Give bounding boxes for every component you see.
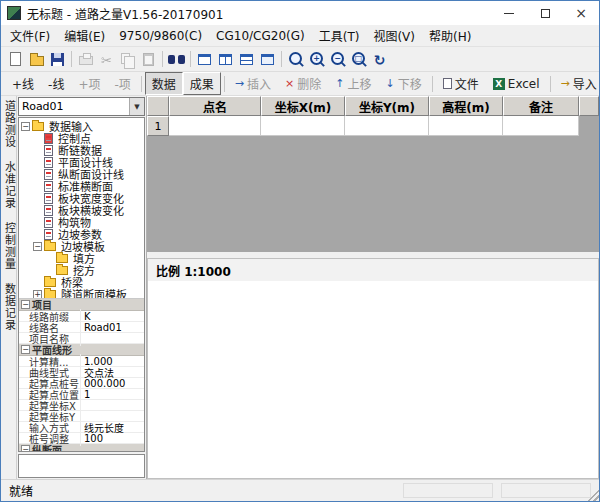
minimize-button[interactable] [491, 1, 527, 25]
excel-button[interactable]: Excel [486, 74, 547, 94]
copy-icon [121, 53, 130, 64]
toolbar-separator [224, 76, 225, 92]
document-icon [44, 217, 53, 228]
minimize-icon [504, 13, 514, 14]
property-grid: −项目 线路前缀K 线路名Road01 项目名称 −平面线形 计算精...1.0… [19, 298, 144, 451]
import-label: 导入 [573, 75, 597, 92]
new-button[interactable] [5, 49, 26, 70]
delete-row-button[interactable]: ×删除 [278, 72, 328, 95]
window-split-h-button[interactable] [194, 49, 215, 70]
window-split-horizontal-icon [198, 54, 211, 65]
menu-item-cg10-cg20[interactable]: CG10/CG20(G) [209, 27, 312, 45]
side-tab-level-record[interactable]: 水准记录 [2, 161, 16, 209]
column-header-filler [579, 96, 599, 116]
expand-icon[interactable]: + [33, 290, 42, 299]
new-document-icon [10, 52, 21, 66]
zoom-extents-icon: □ [350, 51, 367, 68]
column-header-remark[interactable]: 备注 [503, 96, 579, 116]
document-icon [44, 205, 53, 216]
side-tab-data-record[interactable]: 数据记录 [2, 283, 16, 331]
result-mode-button[interactable]: 成果 [183, 72, 221, 95]
side-tab-road-survey[interactable]: 道路测设 [2, 100, 16, 148]
file-label: 文件 [455, 75, 479, 92]
side-tab-control-survey[interactable]: 控制测量 [2, 222, 16, 270]
grid-header-row: 点名 坐标X(m) 坐标Y(m) 高程(m) 备注 [147, 96, 599, 116]
cell-point-name[interactable] [169, 116, 261, 136]
cell-elevation[interactable] [429, 116, 503, 136]
menu-item-file[interactable]: 文件(F) [3, 25, 57, 46]
side-tab-strip: 道路测设 水准记录 控制测量 数据记录 [1, 96, 17, 479]
menu-item-tools[interactable]: 工具(T) [312, 25, 367, 46]
column-header-elevation[interactable]: 高程(m) [429, 96, 503, 116]
delete-row-icon: × [285, 78, 294, 89]
folder-icon [44, 242, 56, 251]
document-icon [44, 157, 53, 168]
add-line-button[interactable]: +线 [5, 72, 41, 95]
project-combobox[interactable]: Road01 ▼ [18, 97, 145, 116]
find-button[interactable] [166, 49, 187, 70]
add-item-button[interactable]: +项 [71, 72, 107, 95]
data-mode-label: 数据 [152, 75, 176, 92]
close-button[interactable]: × [563, 1, 599, 25]
window-split-v-button[interactable] [215, 49, 236, 70]
window-title: 无标题 - 道路之量V1.56-20170901 [27, 5, 223, 22]
collapse-icon[interactable]: − [33, 242, 42, 251]
cut-button[interactable] [96, 49, 117, 70]
paste-button[interactable] [138, 49, 159, 70]
folder-icon [32, 122, 44, 131]
toolbar-separator [550, 76, 551, 92]
menu-item-9750-9860[interactable]: 9750/9860(C) [112, 27, 209, 45]
maximize-button[interactable] [527, 1, 563, 25]
import-button[interactable]: →导入 [554, 72, 600, 95]
refresh-button[interactable] [369, 49, 390, 70]
scale-label: 比例 1:1000 [156, 262, 231, 279]
save-button[interactable] [47, 49, 68, 70]
move-up-button[interactable]: ↑上移 [328, 72, 378, 95]
property-section-profile[interactable]: −纵断面 [19, 444, 144, 451]
print-button[interactable] [75, 49, 96, 70]
menu-item-view[interactable]: 视图(V) [366, 25, 422, 46]
column-header-coord-y[interactable]: 坐标Y(m) [345, 96, 429, 116]
window-grid-button[interactable] [236, 49, 257, 70]
open-button[interactable] [26, 49, 47, 70]
left-panel: Road01 ▼ −数据输入 控制点 断链数据 平面设计线 纵断面设计线 标准横… [17, 96, 147, 479]
clipboard-paste-icon [143, 53, 154, 66]
collapse-icon[interactable]: − [21, 122, 30, 131]
row-number-cell[interactable]: 1 [147, 116, 169, 136]
window-new-button[interactable] [257, 49, 278, 70]
tree-item-tunnel-section-template[interactable]: +隧道断面模板 [19, 288, 144, 298]
main-area: 点名 坐标X(m) 坐标Y(m) 高程(m) 备注 1 [147, 96, 599, 479]
toolbar-separator [190, 51, 191, 67]
excel-label: Excel [508, 77, 540, 91]
app-icon [7, 6, 21, 20]
insert-row-button[interactable]: →插入 [228, 72, 278, 95]
chevron-down-icon[interactable]: ▼ [129, 98, 144, 115]
move-down-button[interactable]: ↓下移 [379, 72, 429, 95]
edit-toolbar: +线 -线 +项 -项 数据 成果 →插入 ×删除 ↑上移 ↓下移 文件 Exc… [1, 72, 599, 96]
data-mode-button[interactable]: 数据 [145, 72, 183, 95]
move-up-label: 上移 [348, 75, 372, 92]
cell-coord-x[interactable] [261, 116, 345, 136]
cell-remark[interactable] [503, 116, 579, 136]
toolbar-separator [141, 76, 142, 92]
column-header-coord-x[interactable]: 坐标X(m) [261, 96, 345, 116]
column-header-point-name[interactable]: 点名 [169, 96, 261, 116]
grid-corner-cell [147, 96, 169, 116]
zoom-extents-button[interactable]: □ [348, 49, 369, 70]
document-icon [44, 169, 53, 180]
zoom-window-button[interactable] [285, 49, 306, 70]
copy-button[interactable] [117, 49, 138, 70]
remove-line-button[interactable]: -线 [41, 72, 71, 95]
menu-bar: 文件(F) 编辑(E) 9750/9860(C) CG10/CG20(G) 工具… [1, 25, 599, 47]
move-down-label: 下移 [398, 75, 422, 92]
menu-item-help[interactable]: 帮助(H) [422, 25, 478, 46]
zoom-out-button[interactable]: − [327, 49, 348, 70]
remove-item-button[interactable]: -项 [107, 72, 137, 95]
collapse-icon[interactable]: − [21, 445, 30, 451]
insert-row-icon: → [235, 78, 244, 89]
menu-item-edit[interactable]: 编辑(E) [57, 25, 112, 46]
data-grid: 点名 坐标X(m) 坐标Y(m) 高程(m) 备注 1 [147, 96, 599, 252]
zoom-in-button[interactable]: + [306, 49, 327, 70]
file-button[interactable]: 文件 [436, 72, 486, 95]
cell-coord-y[interactable] [345, 116, 429, 136]
